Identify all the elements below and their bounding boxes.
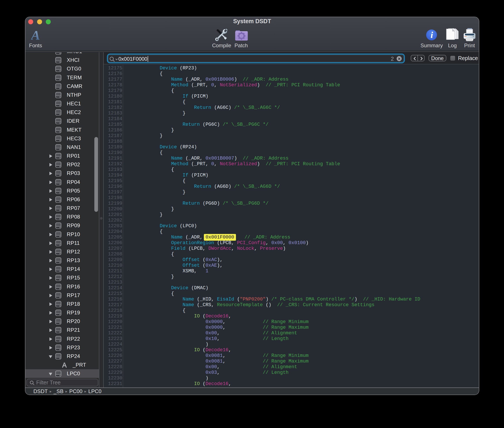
svg-text:i: i xyxy=(430,30,433,40)
